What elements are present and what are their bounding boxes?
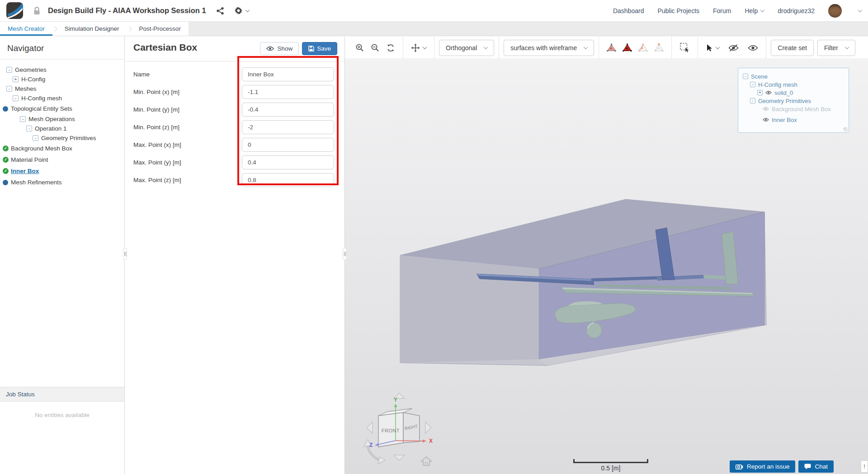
username[interactable]: drodriguez32 (778, 7, 815, 14)
scene-tree-overlay: - Scene - H-Config mesh + solid_0 - Geom… (738, 68, 849, 133)
tree-item-mesh-operations[interactable]: - Mesh Operations (3, 114, 122, 124)
refresh-view-icon[interactable] (383, 43, 398, 52)
tree-item-background-mesh-box[interactable]: ✓ Background Mesh Box (3, 143, 122, 154)
max-point-y-input[interactable] (242, 155, 334, 169)
eye-icon[interactable] (765, 90, 772, 95)
field-label-name: Name (133, 71, 242, 78)
tree-item-geometries[interactable]: - Geometries (3, 65, 122, 75)
axis-z-label: Z (369, 442, 373, 448)
field-label-min-y: Min. Point (y) [m] (133, 106, 242, 113)
tab-separator-icon (127, 26, 132, 31)
collapse-icon[interactable]: - (20, 116, 26, 122)
zoom-in-icon[interactable] (352, 43, 368, 52)
notification-tab[interactable]: ! (861, 460, 868, 473)
nav-public-projects[interactable]: Public Projects (657, 7, 699, 14)
save-button[interactable]: Save (302, 42, 337, 55)
settings-gear-icon[interactable] (234, 6, 249, 15)
select-volumes-icon[interactable] (604, 43, 619, 52)
tree-item-meshes[interactable]: - Meshes (3, 84, 122, 94)
collapse-icon[interactable]: - (13, 95, 19, 101)
eye-icon[interactable] (763, 117, 769, 122)
collapse-icon[interactable]: - (26, 126, 32, 131)
chevron-down-icon (423, 45, 427, 49)
nav-help[interactable]: Help (745, 7, 764, 14)
panel-splitter-handle[interactable] (343, 248, 347, 260)
tree-item-operation-1[interactable]: - Operation 1 (3, 124, 122, 133)
chat-bubble-icon (804, 464, 811, 469)
tree-item-h-config-mesh[interactable]: - H-Config mesh (3, 94, 122, 103)
header-nav: Dashboard Public Projects Forum Help dro… (613, 4, 862, 18)
viewport: Orthogonal surfaces with wireframe (345, 37, 868, 474)
tab-mesh-creator[interactable]: Mesh Creator (0, 22, 52, 36)
overlay-resize-handle[interactable] (844, 127, 848, 131)
max-point-z-input[interactable] (242, 173, 334, 187)
scene-tree-item-h-config-mesh[interactable]: - H-Config mesh (742, 80, 845, 89)
tree-item-geometry-primitives[interactable]: - Geometry Primitives (3, 133, 122, 143)
filter-dropdown[interactable]: Filter (817, 40, 855, 56)
camera-icon (736, 464, 743, 469)
box-select-icon[interactable] (676, 42, 693, 53)
lock-icon (33, 6, 41, 15)
scene-tree-item-background-mesh-box[interactable]: Background Mesh Box (742, 105, 845, 113)
tab-separator-icon (52, 26, 57, 31)
nav-dashboard[interactable]: Dashboard (613, 7, 644, 14)
show-selection-icon[interactable] (745, 44, 761, 52)
tree-item-mesh-refinements[interactable]: Mesh Refinements (3, 177, 122, 188)
chevron-down-icon (245, 8, 250, 12)
collapse-icon[interactable]: - (743, 74, 748, 79)
app-window: Design Build Fly - AIAA Workshop Session… (0, 0, 868, 474)
tree-item-topological-entity-sets[interactable]: Topological Entity Sets (3, 103, 122, 114)
eye-icon[interactable] (763, 107, 769, 111)
simscale-logo[interactable] (6, 2, 23, 19)
projection-dropdown[interactable]: Orthogonal (439, 40, 494, 56)
green-check-icon: ✓ (3, 168, 9, 174)
min-point-z-input[interactable] (242, 120, 334, 134)
green-check-icon: ✓ (3, 145, 9, 151)
share-icon[interactable] (216, 7, 224, 15)
scene-tree-item-geometry-primitives[interactable]: - Geometry Primitives (742, 97, 845, 105)
render-mode-dropdown[interactable]: surfaces with wireframe (504, 40, 594, 56)
select-volumes-active-icon[interactable] (619, 43, 635, 52)
nav-forum[interactable]: Forum (713, 7, 731, 14)
viewport-canvas[interactable]: - Scene - H-Config mesh + solid_0 - Geom… (345, 60, 868, 474)
collapse-icon[interactable]: - (750, 98, 755, 103)
report-issue-button[interactable]: Report an issue (730, 460, 796, 473)
blue-circle-icon (3, 106, 8, 112)
collapse-icon[interactable]: - (750, 82, 755, 87)
tree-item-inner-box[interactable]: ✓ Inner Box (3, 165, 122, 177)
chat-button[interactable]: Chat (798, 460, 834, 473)
create-set-button[interactable]: Create set (771, 40, 814, 56)
pointer-select-icon[interactable] (703, 44, 722, 52)
tab-simulation-designer[interactable]: Simulation Designer (57, 22, 127, 36)
show-button[interactable]: Show (260, 42, 299, 55)
scene-tree-item-solid-0[interactable]: + solid_0 (742, 89, 845, 97)
tree-item-h-config[interactable]: + H-Config (3, 75, 122, 84)
expand-icon[interactable]: + (757, 90, 763, 95)
job-status-title: Job Status (0, 387, 124, 402)
tab-post-processor[interactable]: Post-Processor (132, 22, 189, 36)
expand-icon[interactable]: + (13, 76, 19, 82)
avatar[interactable] (828, 4, 842, 18)
min-point-y-input[interactable] (242, 103, 334, 117)
max-point-x-input[interactable] (242, 138, 334, 152)
navigator-splitter-handle[interactable] (123, 248, 127, 260)
scene-tree-item-inner-box[interactable]: Inner Box (742, 116, 845, 124)
name-input[interactable] (242, 67, 334, 81)
zoom-out-icon[interactable] (368, 43, 383, 52)
scene-tree-item-scene[interactable]: - Scene (742, 72, 845, 80)
tree-item-material-point[interactable]: ✓ Material Point (3, 154, 122, 165)
field-label-max-y: Max. Point (y) [m] (133, 159, 242, 166)
pan-tool-icon[interactable] (408, 43, 429, 52)
select-faces-icon[interactable] (635, 43, 651, 52)
user-menu-chevron-icon[interactable] (858, 8, 863, 12)
select-vertices-icon[interactable] (651, 43, 667, 52)
collapse-icon[interactable]: - (33, 135, 38, 141)
cube-front-face-label: FRONT (382, 428, 400, 433)
collapse-icon[interactable]: - (6, 67, 12, 73)
min-point-x-input[interactable] (242, 85, 334, 99)
collapse-icon[interactable]: - (6, 86, 12, 92)
orientation-cube-widget[interactable]: Y X Z FRONT RIGHT (358, 384, 464, 471)
hide-selection-icon[interactable] (725, 44, 742, 52)
header: Design Build Fly - AIAA Workshop Session… (0, 0, 868, 22)
field-label-max-x: Max. Point (x) [m] (133, 141, 242, 148)
